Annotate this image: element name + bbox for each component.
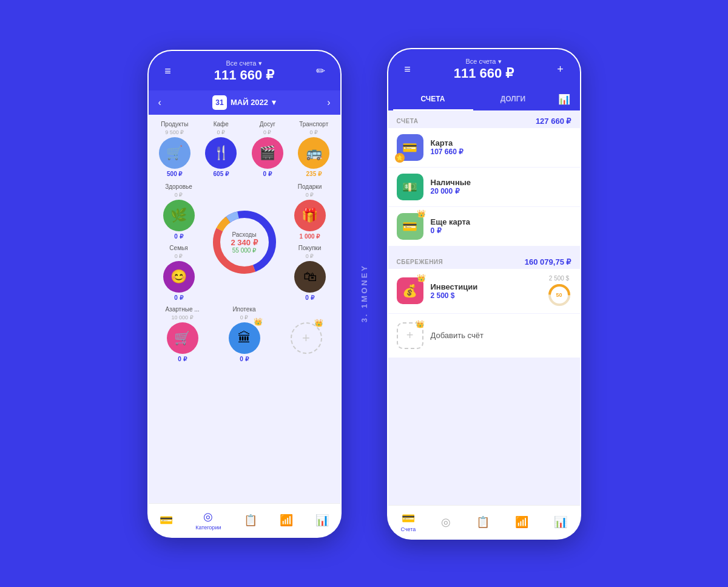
karta-info: Карта 107 660 ₽ (431, 138, 571, 156)
right-nav-stats[interactable]: 📊 (554, 515, 567, 529)
sync-icon: 📶 (280, 514, 293, 527)
cat-item-azartnye[interactable]: Азартные ... 10 000 ₽ 🛒 0 ₽ (153, 306, 212, 362)
tab-debts[interactable]: ДОЛГИ (473, 89, 553, 110)
nav-item-stats[interactable]: 📊 (315, 514, 329, 527)
date-nav: ‹ 31 МАЙ 2022 ▾ › (149, 90, 340, 115)
add-account-icon: + 👑 (397, 322, 423, 349)
account-row-karta[interactable]: 💳 ⭐ Карта 107 660 ₽ (388, 128, 580, 168)
nav-item-sync[interactable]: 📶 (280, 514, 293, 527)
hamburger-icon[interactable]: ≡ (160, 65, 177, 78)
cat-item-pokupki[interactable]: Покупки 0 ₽ 🛍 0 ₽ (285, 245, 335, 301)
crown-badge-esche: 👑 (417, 209, 426, 218)
right-nav-sync[interactable]: 📶 (515, 515, 528, 529)
donut-center: Расходы 2 340 ₽ 55 000 ₽ (231, 231, 257, 253)
right-header: ≡ Все счета ▾ 111 660 ₽ + (388, 49, 580, 89)
cat-item-podarki[interactable]: Подарки 0 ₽ 🎁 1 000 ₽ (285, 183, 335, 240)
esche-karta-icon: 💳 👑 (397, 213, 423, 240)
month-year-label: МАЙ 2022 (231, 98, 268, 107)
accounts-section-total: 127 660 ₽ (536, 117, 571, 126)
right-circle-icon: ◎ (441, 515, 451, 529)
left-header: ≡ Все счета ▾ 111 660 ₽ ✏ (149, 51, 340, 90)
add-button[interactable]: + (551, 63, 568, 76)
cat-icon-transport: 🚌 (298, 137, 329, 169)
donut-chart-container: Расходы 2 340 ₽ 55 000 ₽ (208, 206, 281, 279)
cat-icon-dosug: 🎬 (252, 137, 283, 169)
cat-item-kafe[interactable]: Кафе 0 ₽ 🍴 605 ₽ (200, 121, 243, 177)
right-dropdown-arrow-icon: ▾ (498, 58, 502, 66)
right-bottom-nav: 💳 Счета ◎ 📋 📶 📊 (388, 505, 580, 538)
progress-value: 50 (556, 292, 562, 298)
phones-container: ≡ Все счета ▾ 111 660 ₽ ✏ ‹ 31 МАЙ 2022 … (147, 48, 581, 540)
cat-icon-azartnye: 🛒 (167, 322, 198, 354)
cat-item-transport[interactable]: Транспорт 0 ₽ 🚌 235 ₽ (292, 121, 335, 177)
nalichnye-icon: 💵 (397, 174, 423, 200)
list-icon: 📋 (244, 514, 257, 527)
left-header-center: Все счета ▾ 111 660 ₽ (214, 59, 275, 83)
account-row-esche-karta[interactable]: 💳 👑 Еще карта 0 ₽ (388, 207, 580, 246)
accounts-body: СЧЕТА 127 660 ₽ 💳 ⭐ Карта 107 660 ₽ 💵 (388, 110, 580, 505)
cat-icon-add: + 👑 (291, 322, 322, 354)
top-categories-grid: Продукты 9 500 ₽ 🛒 500 ₽ Кафе 0 ₽ 🍴 605 … (153, 121, 335, 177)
cat-item-produkty[interactable]: Продукты 9 500 ₽ 🛒 500 ₽ (153, 121, 197, 177)
tabs-bar: СЧЕТА ДОЛГИ 📊 (388, 89, 580, 110)
next-month-button[interactable]: › (327, 97, 330, 108)
accounts-section-label: СЧЕТА (397, 118, 419, 124)
cat-item-add[interactable]: + 👑 (277, 306, 335, 362)
cat-icon-semya: 😊 (163, 261, 195, 293)
cat-item-zdorovye[interactable]: Здоровье 0 ₽ 🌿 0 ₽ (153, 183, 204, 240)
cat-icon-podarki: 🎁 (294, 200, 326, 231)
categories-body: Продукты 9 500 ₽ 🛒 500 ₽ Кафе 0 ₽ 🍴 605 … (149, 115, 340, 503)
cat-icon-ipoteka: 🏛 👑 (229, 322, 260, 354)
cat-item-dosug[interactable]: Досуг 0 ₽ 🎬 0 ₽ (246, 121, 289, 177)
left-bottom-nav: 💳 ◎ Категории 📋 📶 📊 (149, 503, 340, 537)
crown-badge-invest: 👑 (417, 274, 426, 282)
accounts-section-header: СЧЕТА 127 660 ₽ (388, 110, 580, 128)
right-hamburger-icon[interactable]: ≡ (399, 63, 416, 76)
nav-item-categories[interactable]: ◎ Категории (195, 510, 221, 531)
account-row-nalichnye[interactable]: 💵 Наличные 20 000 ₽ (388, 168, 580, 207)
cat-item-semya[interactable]: Семья 0 ₽ 😊 0 ₽ (153, 245, 204, 301)
right-chart-icon: 📊 (554, 515, 567, 529)
cat-icon-kafe: 🍴 (205, 137, 237, 169)
left-phone: ≡ Все счета ▾ 111 660 ₽ ✏ ‹ 31 МАЙ 2022 … (147, 50, 342, 538)
karta-icon: 💳 ⭐ (397, 134, 423, 161)
edit-icon[interactable]: ✏ (312, 64, 329, 78)
tab-accounts[interactable]: СЧЕТА (393, 89, 473, 110)
right-total-amount: 111 660 ₽ (454, 66, 514, 81)
right-card-icon: 💳 (402, 512, 415, 525)
right-nav-accounts[interactable]: 💳 Счета (400, 512, 416, 532)
section-divider (388, 246, 580, 251)
date-dropdown-icon: ▾ (272, 98, 276, 107)
circle-icon: ◎ (203, 510, 213, 523)
card-icon: 💳 (160, 514, 173, 527)
donut-chart: Расходы 2 340 ₽ 55 000 ₽ (208, 206, 281, 279)
cat-item-ipoteka[interactable]: Ипотека 0 ₽ 🏛 👑 0 ₽ (215, 306, 274, 362)
right-accounts-label: Все счета ▾ (454, 58, 514, 66)
app-vertical-label: 3. 1MONEY (360, 264, 369, 322)
right-sync-icon: 📶 (515, 515, 528, 529)
account-row-investitsii[interactable]: 💰 👑 Инвестиции 2 500 $ 2 500 $ 50 (388, 269, 580, 314)
dropdown-arrow-icon: ▾ (258, 59, 262, 67)
star-badge: ⭐ (395, 153, 405, 163)
left-side-cats: Здоровье 0 ₽ 🌿 0 ₽ Семья 0 ₽ 😊 0 ₽ (153, 183, 204, 301)
cat-icon-produkty: 🛒 (159, 137, 190, 169)
right-header-center: Все счета ▾ 111 660 ₽ (454, 58, 514, 81)
investitsii-icon: 💰 👑 (397, 277, 423, 304)
savings-section-label: СБЕРЕЖЕНИЯ (397, 259, 443, 265)
nav-categories-label: Категории (195, 524, 221, 531)
investitsii-info: Инвестиции 2 500 $ (431, 282, 540, 300)
right-nav-circle[interactable]: ◎ (441, 515, 451, 529)
add-account-row[interactable]: + 👑 Добавить счёт (388, 314, 580, 358)
right-list-icon: 📋 (476, 515, 490, 529)
middle-row: Здоровье 0 ₽ 🌿 0 ₽ Семья 0 ₽ 😊 0 ₽ (153, 183, 335, 301)
tab-chart-icon[interactable]: 📊 (553, 89, 575, 110)
nav-item-list[interactable]: 📋 (244, 514, 257, 527)
right-nav-accounts-label: Счета (400, 526, 416, 532)
chart-icon: 📊 (315, 514, 329, 527)
day-badge: 31 (212, 95, 227, 110)
right-side-cats: Подарки 0 ₽ 🎁 1 000 ₽ Покупки 0 ₽ 🛍 0 ₽ (285, 183, 335, 301)
nav-item-accounts[interactable]: 💳 (160, 514, 173, 527)
add-account-label: Добавить счёт (431, 331, 484, 340)
prev-month-button[interactable]: ‹ (158, 97, 161, 108)
right-nav-list[interactable]: 📋 (476, 515, 490, 529)
